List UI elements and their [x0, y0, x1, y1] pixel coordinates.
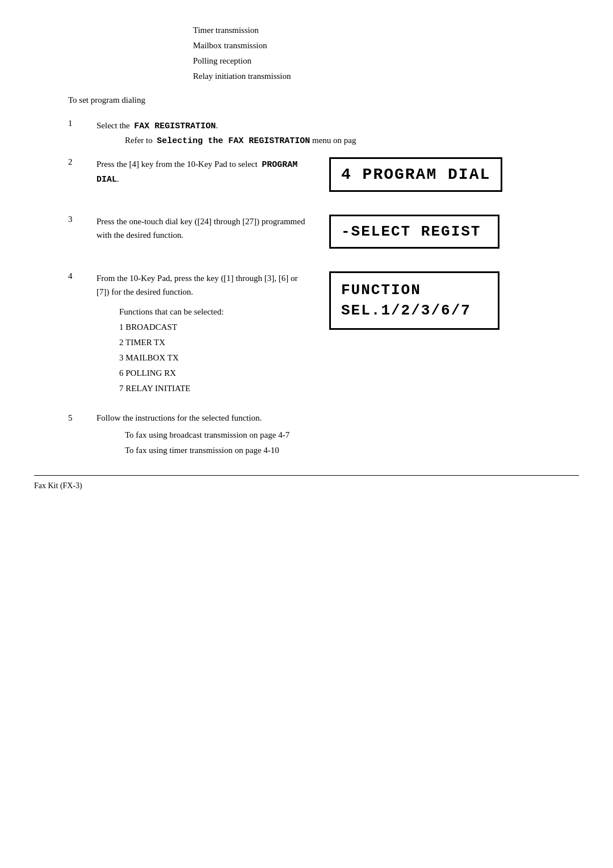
lcd-display-4: FUNCTION SEL.1/2/3/6/7 — [329, 271, 499, 330]
step-5-row: 5 Follow the instructions for the select… — [34, 413, 579, 458]
step-3-number: 3 — [68, 215, 85, 224]
step-2-number: 2 — [68, 157, 85, 167]
step-4-content: From the 10-Key Pad, press the key ([1] … — [96, 271, 312, 396]
function-1: 1 BROADCAST — [119, 320, 312, 335]
bullet-item-3: Polling reception — [193, 53, 579, 69]
functions-list: Functions that can be selected: 1 BROADC… — [119, 304, 312, 396]
step-3-text: Press the one-touch dial key ([24] throu… — [96, 215, 312, 242]
bullet-item-1: Timer transmission — [193, 23, 579, 38]
bullet-item-4: Relay initiation transmission — [193, 69, 579, 84]
function-4: 6 POLLING RX — [119, 366, 312, 381]
step-5-notes: To fax using broadcast transmission on p… — [125, 427, 289, 458]
lcd-display-2: 4 PROGRAM DIAL — [329, 157, 502, 192]
step-1-number: 1 — [68, 119, 85, 128]
step-1-row: 1 Select the FAX REGISTRATION. Refer to … — [34, 119, 579, 146]
functions-label: Functions that can be selected: — [119, 304, 312, 320]
step-1-content: Select the FAX REGISTRATION. Refer to Se… — [96, 119, 356, 146]
bullet-item-2: Mailbox transmission — [193, 38, 579, 53]
function-5: 7 RELAY INITIATE — [119, 381, 312, 396]
step-2-text: Press the [4] key from the 10-Key Pad to… — [96, 157, 312, 187]
note-1: To fax using broadcast transmission on p… — [125, 427, 289, 443]
step-5-text: Follow the instructions for the selected… — [96, 413, 289, 423]
step-1-sub: Refer to Selecting the FAX REGISTRATION … — [125, 136, 356, 146]
note-2: To fax using timer transmission on page … — [125, 443, 289, 458]
lcd-display-3: -SELECT REGIST — [329, 215, 499, 249]
step-4-number: 4 — [68, 271, 85, 281]
function-3: 3 MAILBOX TX — [119, 350, 312, 366]
step-5-content: Follow the instructions for the selected… — [96, 413, 289, 458]
step-3-row: 3 Press the one-touch dial key ([24] thr… — [34, 215, 579, 249]
page-divider — [34, 475, 579, 476]
program-dialing-label: To set program dialing — [68, 95, 579, 105]
step-2-row: 2 Press the [4] key from the 10-Key Pad … — [34, 157, 579, 192]
step-4-row: 4 From the 10-Key Pad, press the key ([1… — [34, 271, 579, 396]
bullet-list: Timer transmission Mailbox transmission … — [193, 23, 579, 84]
footer-text: Fax Kit (FX-3) — [34, 481, 579, 490]
step-5-number: 5 — [68, 413, 85, 423]
function-2: 2 TIMER TX — [119, 335, 312, 350]
page-content: Timer transmission Mailbox transmission … — [34, 23, 579, 490]
